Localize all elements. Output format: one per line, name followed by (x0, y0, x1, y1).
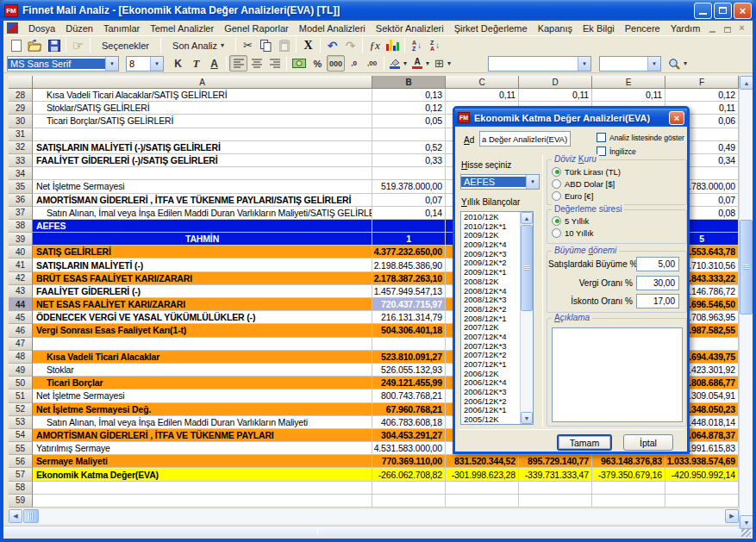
period-option-1[interactable]: 10 Yıllık (552, 227, 594, 239)
cell-a-43[interactable]: FAALİYET GİDERLERİ (-) (33, 285, 372, 298)
row-header-33[interactable]: 33 (9, 154, 33, 167)
cell-a-55[interactable]: Yatırılmış Sermaye (33, 442, 372, 455)
cell-d-56[interactable]: 895.729.140,77 (519, 455, 592, 468)
cut-button[interactable]: ✂ (239, 37, 257, 53)
align-left-button[interactable] (229, 55, 247, 72)
field-input-2[interactable]: 17,00 (636, 294, 679, 308)
column-header-c[interactable]: C (446, 76, 519, 89)
paste-button[interactable] (275, 37, 293, 53)
scroll-right-button[interactable]: ▶ (725, 509, 739, 523)
ok-button[interactable]: Tamam (557, 434, 612, 451)
cell-a-44[interactable]: NET ESAS FAALİYET KARI/ZARARI (33, 298, 372, 311)
cell-d-28[interactable]: 0,11 (519, 89, 592, 102)
underline-button[interactable]: A (205, 55, 223, 72)
cell-e-58[interactable] (592, 482, 665, 495)
menu-item-1[interactable]: Düzen (60, 22, 98, 35)
period-option-0[interactable]: 5 Yıllık (552, 215, 594, 227)
row-header-53[interactable]: 53 (9, 416, 33, 429)
menu-item-5[interactable]: Model Analizleri (294, 22, 371, 35)
borders-button[interactable]: ⊞ ▾ (432, 55, 453, 72)
list-item-22[interactable]: 2005/12K (462, 415, 519, 423)
cell-c-59[interactable] (446, 495, 519, 508)
cell-f-56[interactable]: 1.033.938.574,69 (665, 455, 739, 468)
delete-button[interactable]: X (299, 37, 317, 53)
sort-ascending-button[interactable]: AZ ↓ (408, 37, 426, 53)
cell-a-50[interactable]: Ticari Borçlar (33, 377, 372, 389)
stock-combo[interactable]: AEFES ▼ (460, 174, 540, 190)
row-header-48[interactable]: 48 (9, 351, 33, 364)
last-analysis-button[interactable]: Son Analiz ▾ (164, 37, 233, 53)
cell-b-55[interactable]: 4.531.583.000,00 (372, 442, 446, 455)
cell-c-58[interactable] (446, 482, 519, 495)
cell-b-58[interactable] (372, 482, 446, 495)
row-header-58[interactable]: 58 (9, 482, 33, 495)
cell-b-52[interactable]: 67.960.768,21 (372, 403, 446, 416)
cell-e-28[interactable]: 0,11 (592, 89, 665, 102)
child-close-icon[interactable]: × (736, 23, 747, 33)
cell-b-36[interactable]: 0,07 (372, 194, 446, 207)
maximize-button[interactable] (714, 3, 732, 19)
chevron-down-icon[interactable]: ▼ (647, 57, 660, 71)
field-input-1[interactable]: 30,00 (636, 276, 679, 290)
align-right-button[interactable] (266, 55, 284, 72)
cell-a-35[interactable]: Net İşletme Sermayesi (33, 180, 372, 193)
row-header-34[interactable]: 34 (9, 167, 33, 180)
cell-a-29[interactable]: Stoklar/SATIŞ GELİRLERİ (33, 102, 372, 115)
cell-b-50[interactable]: 249.121.455,99 (372, 377, 446, 389)
vscroll-thumb[interactable] (740, 220, 753, 315)
row-header-56[interactable]: 56 (9, 455, 33, 468)
row-header-54[interactable]: 54 (9, 429, 33, 442)
increase-decimal-button[interactable]: ,0 (345, 55, 363, 72)
cell-b-46[interactable]: 504.306.401,18 (372, 324, 446, 337)
copy-button[interactable] (257, 37, 275, 53)
menu-item-8[interactable]: Kapanış (533, 22, 578, 35)
currency-radio-icon[interactable] (552, 167, 561, 177)
balance-listbox[interactable]: 2010/12K2010/12K*12009/12K2009/12K*42009… (460, 211, 534, 425)
row-header-40[interactable]: 40 (9, 246, 33, 259)
cell-b-57[interactable]: -266.062.708,82 (372, 468, 446, 481)
cell-b-40[interactable]: 4.377.232.650,00 (372, 246, 446, 259)
cell-a-51[interactable]: Net İşletme Sermayesi (33, 389, 372, 402)
row-header-59[interactable]: 59 (9, 495, 33, 508)
pointer-hand-icon[interactable]: ☞ (69, 37, 87, 53)
list-scroll-up-button[interactable]: ▲ (521, 212, 533, 224)
scroll-down-button[interactable]: ▼ (740, 515, 753, 529)
row-header-32[interactable]: 32 (9, 141, 33, 154)
chevron-down-icon[interactable]: ▾ (684, 59, 687, 67)
row-header-41[interactable]: 41 (9, 259, 33, 271)
list-item-7[interactable]: 2008/12K (462, 277, 519, 287)
currency-option-0[interactable]: Türk Lirası (TL) (552, 165, 621, 178)
name-box-combo[interactable]: ▼ (488, 56, 591, 72)
cell-b-41[interactable]: 2.198.845.386,90 (372, 259, 446, 271)
open-button[interactable] (25, 37, 45, 53)
align-center-button[interactable] (247, 55, 266, 72)
chevron-down-icon[interactable]: ▼ (150, 57, 163, 71)
cell-a-38[interactable]: AEFES (33, 220, 372, 233)
currency-radio-icon[interactable] (552, 179, 561, 189)
period-radio-icon[interactable] (552, 228, 561, 238)
cell-a-54[interactable]: AMORTİSMAN GİDERLERİ , İTFA VE TÜKENME P… (33, 429, 372, 442)
cell-b-56[interactable]: 770.369.110,00 (372, 455, 446, 468)
cell-a-28[interactable]: Kısa Vadeli Ticari Alacaklar/SATIŞ GELİR… (33, 89, 372, 102)
cell-a-46[interactable]: Vergi Sonrası Esas Faaliyet Karı(1-t) (33, 324, 372, 337)
bold-button[interactable]: K (169, 55, 187, 72)
options-button[interactable]: Seçenekler (93, 37, 158, 53)
row-header-44[interactable]: 44 (9, 298, 33, 311)
cell-b-35[interactable]: 519.378.000,00 (372, 180, 446, 193)
cell-a-48[interactable]: Kısa Vadeli Ticari Alacaklar (33, 351, 372, 364)
cell-b-47[interactable] (372, 338, 446, 351)
list-scroll-down-button[interactable]: ▼ (521, 412, 533, 424)
show-in-list-checkbox[interactable] (597, 133, 606, 142)
cell-e-56[interactable]: 963.148.376,83 (592, 455, 665, 468)
menu-item-9[interactable]: Ek Bilgi (578, 22, 620, 35)
menu-item-2[interactable]: Tanımlar (98, 22, 145, 35)
field-input-0[interactable]: 5,00 (636, 257, 679, 271)
column-header-d[interactable]: D (519, 76, 592, 89)
chevron-down-icon[interactable]: ▾ (403, 59, 407, 67)
row-header-37[interactable]: 37 (9, 207, 33, 220)
cell-c-56[interactable]: 831.520.344,52 (446, 455, 519, 468)
row-header-42[interactable]: 42 (9, 272, 33, 285)
chevron-down-icon[interactable]: ▾ (447, 59, 451, 67)
cell-a-45[interactable]: ÖDENECEK VERGİ VE YASAL YÜKÜMLÜLÜKLER (-… (33, 311, 372, 324)
column-header-f[interactable]: F (665, 76, 739, 89)
